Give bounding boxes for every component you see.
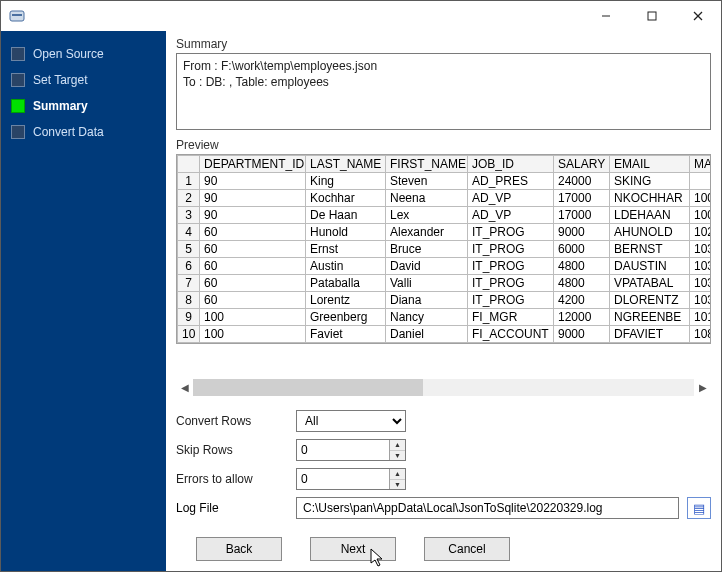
table-cell: IT_PROG: [468, 292, 554, 309]
table-cell: AD_VP: [468, 190, 554, 207]
skip-rows-up-icon[interactable]: ▲: [390, 440, 405, 451]
close-button[interactable]: [675, 1, 721, 31]
app-icon: [7, 6, 27, 26]
step-label: Open Source: [33, 47, 104, 61]
skip-rows-spinner[interactable]: ▲ ▼: [296, 439, 406, 461]
window-controls: [583, 1, 721, 31]
table-cell: Steven: [386, 173, 468, 190]
cancel-button[interactable]: Cancel: [424, 537, 510, 561]
table-cell: Alexander: [386, 224, 468, 241]
table-row[interactable]: 9100GreenbergNancyFI_MGR12000NGREENBE101: [178, 309, 712, 326]
table-cell: 103: [690, 241, 712, 258]
errors-input[interactable]: [297, 469, 389, 489]
next-button[interactable]: Next: [310, 537, 396, 561]
table-cell: 100: [690, 207, 712, 224]
table-cell: SKING: [610, 173, 690, 190]
table-row[interactable]: 760PataballaValliIT_PROG4800VPATABAL103: [178, 275, 712, 292]
step-marker-icon: [11, 73, 25, 87]
column-header[interactable]: EMAIL: [610, 156, 690, 173]
scroll-thumb[interactable]: [193, 379, 423, 396]
table-cell: 100: [200, 326, 306, 343]
step-marker-icon: [11, 125, 25, 139]
log-file-label: Log File: [176, 501, 288, 515]
convert-rows-label: Convert Rows: [176, 414, 296, 428]
table-row[interactable]: 290KochharNeenaAD_VP17000NKOCHHAR100: [178, 190, 712, 207]
preview-heading: Preview: [176, 138, 711, 152]
step-marker-icon: [11, 47, 25, 61]
errors-up-icon[interactable]: ▲: [390, 469, 405, 480]
back-button-label: Back: [226, 542, 253, 556]
summary-heading: Summary: [176, 37, 711, 51]
table-cell: 60: [200, 275, 306, 292]
table-row[interactable]: 560ErnstBruceIT_PROG6000BERNST103: [178, 241, 712, 258]
table-cell: FI_MGR: [468, 309, 554, 326]
column-header[interactable]: FIRST_NAME: [386, 156, 468, 173]
table-row[interactable]: 390De HaanLexAD_VP17000LDEHAAN100: [178, 207, 712, 224]
table-cell: AD_PRES: [468, 173, 554, 190]
table-cell: De Haan: [306, 207, 386, 224]
wizard-window: Open SourceSet TargetSummaryConvert Data…: [0, 0, 722, 572]
step-label: Convert Data: [33, 125, 104, 139]
table-cell: 90: [200, 173, 306, 190]
main-panel: Summary From : F:\work\temp\employees.js…: [166, 31, 721, 571]
table-cell: King: [306, 173, 386, 190]
svg-rect-1: [12, 14, 22, 16]
table-cell: [690, 173, 712, 190]
skip-rows-down-icon[interactable]: ▼: [390, 451, 405, 461]
skip-rows-input[interactable]: [297, 440, 389, 460]
wizard-step-summary[interactable]: Summary: [1, 93, 166, 119]
table-cell: Nancy: [386, 309, 468, 326]
column-header[interactable]: LAST_NAME: [306, 156, 386, 173]
table-cell: Hunold: [306, 224, 386, 241]
table-row[interactable]: 860LorentzDianaIT_PROG4200DLORENTZ103: [178, 292, 712, 309]
table-cell: 103: [690, 275, 712, 292]
table-cell: Lex: [386, 207, 468, 224]
log-file-input[interactable]: [296, 497, 679, 519]
maximize-button[interactable]: [629, 1, 675, 31]
column-header[interactable]: JOB_ID: [468, 156, 554, 173]
scroll-track[interactable]: [193, 379, 694, 396]
scroll-left-icon[interactable]: ◀: [176, 379, 193, 396]
table-cell: Lorentz: [306, 292, 386, 309]
table-cell: DFAVIET: [610, 326, 690, 343]
table-cell: Bruce: [386, 241, 468, 258]
table-cell: BERNST: [610, 241, 690, 258]
table-cell: 17000: [554, 207, 610, 224]
scroll-right-icon[interactable]: ▶: [694, 379, 711, 396]
table-row[interactable]: 660AustinDavidIT_PROG4800DAUSTIN103: [178, 258, 712, 275]
table-cell: 6000: [554, 241, 610, 258]
browse-log-button[interactable]: ▤: [687, 497, 711, 519]
convert-rows-select[interactable]: All: [296, 410, 406, 432]
table-row[interactable]: 10100FavietDanielFI_ACCOUNT9000DFAVIET10…: [178, 326, 712, 343]
minimize-button[interactable]: [583, 1, 629, 31]
column-header[interactable]: SALARY: [554, 156, 610, 173]
horizontal-scrollbar[interactable]: ◀ ▶: [176, 379, 711, 396]
table-cell: LDEHAAN: [610, 207, 690, 224]
summary-text: From : F:\work\temp\employees.json To : …: [176, 53, 711, 130]
wizard-step-set-target[interactable]: Set Target: [1, 67, 166, 93]
table-cell: 60: [200, 258, 306, 275]
table-cell: DAUSTIN: [610, 258, 690, 275]
table-cell: AD_VP: [468, 207, 554, 224]
table-row[interactable]: 460HunoldAlexanderIT_PROG9000AHUNOLD102: [178, 224, 712, 241]
table-cell: 103: [690, 292, 712, 309]
errors-down-icon[interactable]: ▼: [390, 480, 405, 490]
table-cell: 90: [200, 190, 306, 207]
table-cell: DLORENTZ: [610, 292, 690, 309]
row-number-cell: 4: [178, 224, 200, 241]
wizard-step-open-source[interactable]: Open Source: [1, 41, 166, 67]
row-number-cell: 7: [178, 275, 200, 292]
table-cell: IT_PROG: [468, 224, 554, 241]
column-header[interactable]: MANAG: [690, 156, 712, 173]
table-cell: Neena: [386, 190, 468, 207]
back-button[interactable]: Back: [196, 537, 282, 561]
preview-table-container: DEPARTMENT_IDLAST_NAMEFIRST_NAMEJOB_IDSA…: [176, 154, 711, 344]
column-header[interactable]: DEPARTMENT_ID: [200, 156, 306, 173]
row-number-cell: 6: [178, 258, 200, 275]
table-row[interactable]: 190KingStevenAD_PRES24000SKING: [178, 173, 712, 190]
wizard-step-convert-data[interactable]: Convert Data: [1, 119, 166, 145]
errors-spinner[interactable]: ▲ ▼: [296, 468, 406, 490]
row-number-cell: 3: [178, 207, 200, 224]
table-cell: Ernst: [306, 241, 386, 258]
table-cell: 4800: [554, 258, 610, 275]
